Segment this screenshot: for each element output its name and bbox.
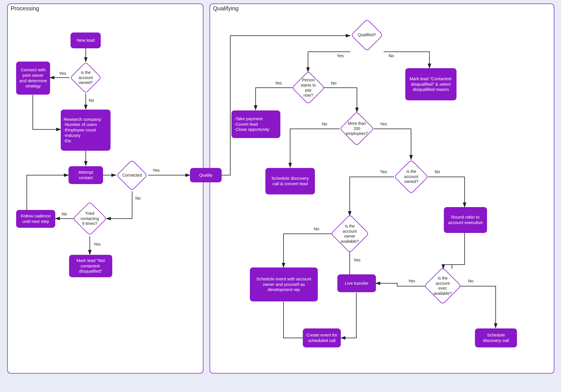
no-label-7: No	[435, 169, 440, 174]
no-label-4: No	[389, 53, 394, 58]
research-company-node: Research company: -Number of users -Empl…	[61, 110, 111, 151]
create-event-node: Create event for scheduled call	[303, 328, 341, 347]
connect-joint-node: Connect with joint owner and determine s…	[16, 62, 50, 95]
no-label-5: No	[331, 81, 336, 85]
schedule-discovery-convert-node: Schedule discovery call & convert lead	[265, 168, 315, 194]
attempt-contact-label: Attempt contact	[71, 170, 100, 181]
quality-label: Quality	[199, 173, 213, 178]
live-transfer-node: Live transfer	[337, 274, 376, 292]
owner-available-label: Is the account owner available?	[340, 224, 360, 244]
follow-cadence-label: Follow cadence until next step	[19, 213, 52, 224]
create-event-label: Create event for scheduled call	[306, 332, 338, 343]
no-label: No	[89, 98, 94, 103]
schedule-event-owner-node: Schedule event with account owner and yo…	[250, 267, 318, 301]
tried-9-label: Tried contacting 9 times?	[81, 211, 99, 226]
more-200-label: More than 200 employees?	[346, 121, 368, 136]
yes-label-5: Yes	[275, 81, 282, 85]
new-lead-label: New lead	[77, 38, 95, 43]
schedule-discovery-node: Schedule discovery call	[475, 328, 517, 347]
no-label-9: No	[468, 278, 473, 283]
connected-label: Connected	[122, 173, 142, 178]
yes-label-2: Yes	[153, 168, 159, 173]
exec-available-label: Is the account exec available?	[433, 276, 452, 296]
qualifying-panel-title: Qualifying	[213, 5, 239, 12]
take-payment-label: -Take payment -Covert lead -Close opport…	[234, 116, 269, 132]
account-owned-2-label: Is the account owned?	[402, 169, 420, 184]
take-payment-node: -Take payment -Covert lead -Close opport…	[231, 110, 280, 138]
schedule-discovery-label: Schedule discovery call	[478, 332, 514, 343]
connect-joint-label: Connect with joint owner and determine s…	[19, 67, 47, 89]
schedule-discovery-convert-label: Schedule discovery call & convert lead	[268, 176, 312, 187]
no-label-3: No	[62, 211, 67, 216]
research-company-label: Research company: -Number of users -Empl…	[64, 117, 102, 144]
round-robin-node: Round robin to account executive	[444, 207, 487, 233]
processing-panel: Processing	[7, 3, 204, 374]
yes-label-8: Yes	[353, 257, 360, 262]
yes-label: Yes	[59, 71, 66, 76]
no-label-8: No	[314, 226, 319, 231]
schedule-event-owner-label: Schedule event with account owner and yo…	[253, 276, 315, 292]
qualifying-panel: Qualifying	[210, 3, 554, 374]
mark-disqualified-label: Mark lead "Contacted-disqualified" & sel…	[408, 76, 454, 92]
yes-label-9: Yes	[408, 278, 415, 283]
no-label-2: No	[135, 196, 141, 200]
attempt-contact-node: Attempt contact	[69, 166, 103, 184]
quality-node: Quality	[190, 168, 222, 182]
processing-panel-title: Processing	[11, 5, 39, 12]
mark-not-contacted-node: Mark lead "Not contacted-disqualified"	[69, 255, 112, 277]
is-account-owned-label: Is the account owned?	[78, 70, 94, 85]
yes-label-4: Yes	[337, 53, 344, 58]
yes-label-7: Yes	[380, 169, 387, 174]
mark-not-contacted-label: Mark lead "Not contacted-disqualified"	[72, 258, 109, 274]
yes-label-6: Yes	[380, 121, 387, 126]
mark-disqualified-node: Mark lead "Contacted-disqualified" & sel…	[405, 68, 457, 100]
round-robin-label: Round robin to account executive	[447, 215, 484, 225]
new-lead-node: New lead	[71, 32, 101, 48]
qualified-label: Qualified?	[358, 32, 376, 38]
no-label-6: No	[322, 121, 327, 126]
yes-label-3: Yes	[94, 242, 100, 246]
follow-cadence-node: Follow cadence until next step	[16, 210, 55, 228]
live-transfer-label: Live transfer	[345, 281, 369, 286]
pay-now-label: Person wants to pay now?	[300, 78, 317, 98]
